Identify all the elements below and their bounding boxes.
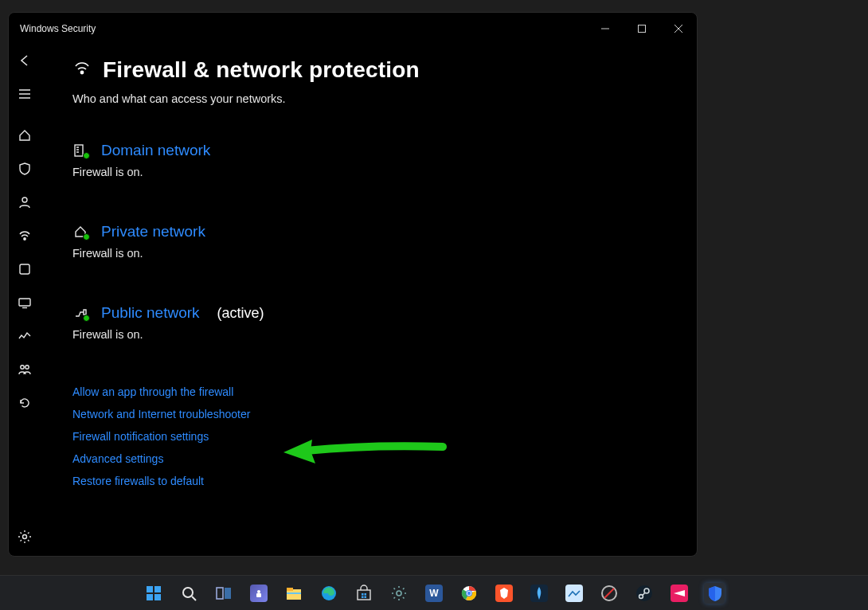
- svg-point-44: [467, 591, 471, 594]
- svg-rect-9: [20, 264, 29, 274]
- link-restore-defaults[interactable]: Restore firewalls to default: [72, 475, 697, 487]
- private-network-icon: [72, 225, 88, 239]
- svg-rect-32: [287, 588, 293, 591]
- network-section-domain: Domain network Firewall is on.: [72, 142, 697, 178]
- svg-point-13: [25, 366, 29, 369]
- edge-icon[interactable]: [319, 583, 339, 604]
- app-icon[interactable]: [9, 253, 41, 285]
- menu-icon[interactable]: [9, 78, 41, 110]
- svg-rect-21: [147, 586, 153, 592]
- family-icon[interactable]: [9, 354, 41, 385]
- content-area: Firewall & network protection Who and wh…: [41, 45, 697, 556]
- public-network-icon: [72, 306, 88, 320]
- minimize-button[interactable]: [587, 13, 624, 45]
- start-icon[interactable]: [143, 583, 164, 604]
- svg-line-26: [192, 596, 196, 600]
- firewall-page-icon: [72, 59, 92, 81]
- svg-rect-30: [256, 593, 261, 597]
- svg-point-40: [397, 591, 401, 596]
- svg-rect-33: [287, 592, 301, 594]
- link-firewall-notifications[interactable]: Firewall notification settings: [72, 430, 697, 443]
- status-on-badge: [83, 315, 90, 322]
- svg-rect-27: [217, 588, 223, 599]
- windows-security-window: Windows Security: [8, 12, 698, 557]
- window-title: Windows Security: [20, 23, 96, 34]
- network-section-private: Private network Firewall is on.: [72, 223, 697, 260]
- performance-icon[interactable]: [9, 320, 41, 352]
- settings-app-icon[interactable]: [389, 583, 409, 604]
- svg-rect-28: [225, 588, 231, 599]
- svg-rect-23: [147, 594, 153, 600]
- word-icon[interactable]: W: [424, 583, 444, 604]
- app-blue-icon[interactable]: [529, 583, 549, 604]
- sidebar: [9, 45, 41, 556]
- file-explorer-icon[interactable]: [283, 583, 304, 604]
- link-advanced-settings[interactable]: Advanced settings: [72, 452, 697, 465]
- network-section-public: Public network (active) Firewall is on.: [72, 304, 697, 341]
- svg-rect-1: [639, 25, 646, 33]
- active-indicator: (active): [217, 305, 264, 322]
- private-network-status: Firewall is on.: [72, 247, 697, 260]
- svg-point-29: [257, 590, 260, 593]
- chrome-icon[interactable]: [459, 583, 479, 604]
- svg-rect-24: [154, 594, 161, 600]
- back-icon[interactable]: [9, 45, 41, 76]
- domain-network-link[interactable]: Domain network: [101, 142, 210, 159]
- teams-icon[interactable]: [248, 583, 269, 604]
- svg-point-7: [22, 197, 27, 202]
- svg-rect-16: [75, 145, 83, 156]
- page-title: Firewall & network protection: [103, 57, 420, 83]
- public-network-status: Firewall is on.: [72, 328, 697, 341]
- svg-rect-37: [365, 593, 367, 596]
- close-button[interactable]: [660, 13, 697, 45]
- related-links: Allow an app through the firewall Networ…: [72, 385, 697, 487]
- status-on-badge: [83, 152, 90, 159]
- settings-icon[interactable]: [9, 521, 41, 553]
- svg-point-8: [24, 238, 25, 240]
- app-circle-icon[interactable]: [599, 583, 620, 604]
- windows-security-icon[interactable]: [704, 583, 725, 604]
- svg-point-15: [80, 71, 83, 73]
- svg-rect-35: [358, 590, 370, 600]
- titlebar: Windows Security: [9, 13, 697, 45]
- svg-rect-39: [365, 596, 367, 598]
- domain-network-status: Firewall is on.: [72, 166, 697, 178]
- home-icon[interactable]: [9, 119, 41, 151]
- brave-icon[interactable]: [494, 583, 514, 604]
- svg-point-14: [23, 535, 27, 539]
- public-network-link[interactable]: Public network: [101, 304, 200, 322]
- taskbar[interactable]: W: [0, 575, 868, 610]
- status-on-badge: [83, 233, 90, 240]
- history-icon[interactable]: [9, 387, 41, 419]
- svg-line-47: [604, 588, 614, 598]
- steam-icon[interactable]: [634, 583, 655, 604]
- svg-marker-52: [674, 590, 685, 596]
- network-icon[interactable]: [9, 220, 41, 252]
- maximize-button[interactable]: [624, 13, 660, 45]
- svg-point-25: [183, 588, 193, 597]
- search-icon[interactable]: [178, 583, 199, 604]
- store-icon[interactable]: [354, 583, 374, 604]
- account-icon[interactable]: [9, 186, 41, 218]
- svg-rect-10: [19, 299, 30, 306]
- svg-point-12: [21, 366, 24, 369]
- svg-rect-22: [154, 586, 161, 592]
- page-subtitle: Who and what can access your networks.: [72, 92, 697, 105]
- app-pink-icon[interactable]: [669, 583, 690, 604]
- link-allow-app[interactable]: Allow an app through the firewall: [72, 385, 697, 398]
- domain-network-icon: [72, 143, 88, 158]
- svg-rect-36: [362, 593, 364, 596]
- svg-rect-38: [362, 596, 364, 598]
- device-icon[interactable]: [9, 287, 41, 319]
- shield-icon[interactable]: [9, 153, 41, 185]
- private-network-link[interactable]: Private network: [101, 223, 205, 240]
- taskview-icon[interactable]: [213, 583, 234, 604]
- app-image-icon[interactable]: [564, 583, 585, 604]
- link-network-troubleshooter[interactable]: Network and Internet troubleshooter: [72, 408, 697, 420]
